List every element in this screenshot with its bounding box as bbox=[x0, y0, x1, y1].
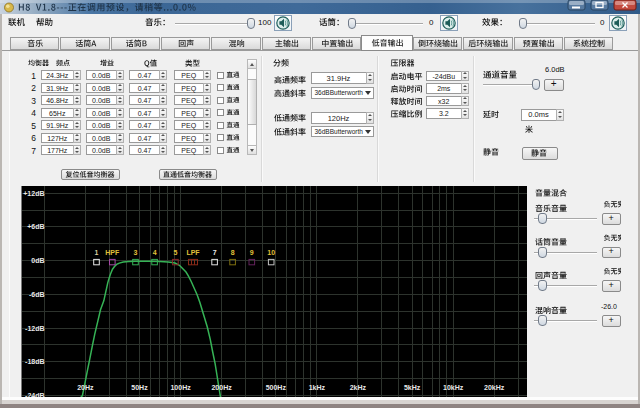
svg-text:-12dB: -12dB bbox=[25, 325, 44, 332]
svg-text:200Hz: 200Hz bbox=[211, 384, 232, 391]
svg-text:100Hz: 100Hz bbox=[170, 384, 191, 391]
svg-text:50Hz: 50Hz bbox=[131, 384, 148, 391]
svg-text:-18dB: -18dB bbox=[25, 358, 44, 365]
svg-text:+12dB: +12dB bbox=[23, 190, 44, 197]
svg-text:7: 7 bbox=[213, 249, 217, 256]
svg-text:1: 1 bbox=[95, 249, 99, 256]
svg-text:5kHz: 5kHz bbox=[404, 384, 421, 391]
svg-text:8: 8 bbox=[231, 249, 235, 256]
svg-text:+6dB: +6dB bbox=[27, 223, 44, 230]
svg-text:1kHz: 1kHz bbox=[309, 384, 326, 391]
svg-text:20kHz: 20kHz bbox=[484, 384, 505, 391]
svg-text:10kHz: 10kHz bbox=[443, 384, 464, 391]
svg-text:2kHz: 2kHz bbox=[350, 384, 367, 391]
svg-text:500Hz: 500Hz bbox=[266, 384, 287, 391]
svg-text:HPF: HPF bbox=[105, 249, 120, 256]
svg-text:4: 4 bbox=[153, 249, 157, 256]
svg-text:10: 10 bbox=[267, 249, 275, 256]
svg-text:-6dB: -6dB bbox=[29, 291, 45, 298]
svg-text:3: 3 bbox=[134, 249, 138, 256]
svg-text:20Hz: 20Hz bbox=[77, 384, 94, 391]
svg-text:9: 9 bbox=[250, 249, 254, 256]
svg-text:5: 5 bbox=[173, 249, 177, 256]
svg-text:LPF: LPF bbox=[186, 249, 200, 256]
svg-text:0dB: 0dB bbox=[31, 257, 44, 264]
